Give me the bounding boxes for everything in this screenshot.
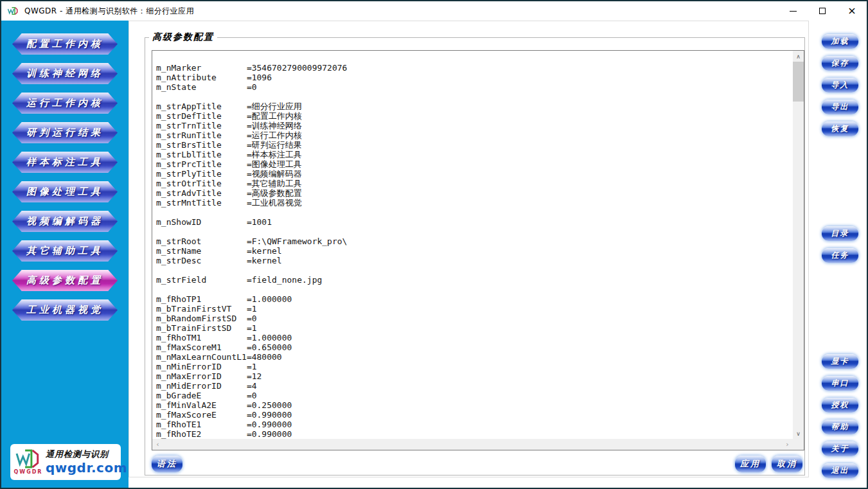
sidebar-item-label: 训练神经网络 bbox=[26, 67, 103, 80]
exit-button-label: 退出 bbox=[831, 465, 849, 476]
serial-port-button-label: 串口 bbox=[831, 378, 849, 389]
load-button[interactable]: 加载 bbox=[822, 34, 858, 49]
advanced-params-group-box: 高级参数配置 m_nMarker =3546702790009972076 m_… bbox=[145, 37, 805, 476]
exit-button[interactable]: 退出 bbox=[822, 463, 858, 478]
config-text: m_nMarker =3546702790009972076 m_nAttrib… bbox=[152, 51, 793, 439]
brand-logo: QWGDR 通用检测与识别 qwgdr.com bbox=[10, 444, 121, 480]
logo-site-link[interactable]: qwgdr.com bbox=[46, 460, 127, 476]
license-button[interactable]: 授权 bbox=[822, 398, 858, 413]
maximize-icon bbox=[819, 8, 826, 14]
window-controls: × bbox=[778, 1, 867, 21]
save-button-label: 保存 bbox=[831, 58, 849, 69]
scroll-right-button[interactable]: › bbox=[782, 439, 793, 450]
sidebar-item-image-tools[interactable]: 图像处理工具 bbox=[12, 181, 118, 202]
system-button-group: 显卡 串口 授权 帮助 关于 退出 bbox=[822, 354, 858, 478]
config-text-area[interactable]: m_nMarker =3546702790009972076 m_nAttrib… bbox=[152, 50, 804, 450]
task-button[interactable]: 任务 bbox=[822, 248, 858, 263]
minimize-button[interactable] bbox=[778, 1, 808, 21]
sidebar-item-label: 视频编解码器 bbox=[26, 215, 103, 227]
about-button[interactable]: 关于 bbox=[822, 441, 858, 456]
title-bar: QWGDR - 通用检测与识别软件：细分行业应用 × bbox=[1, 1, 867, 21]
logo-mark-icon: QWGDR bbox=[14, 447, 42, 477]
directory-button[interactable]: 目录 bbox=[822, 226, 858, 241]
gpu-button-label: 显卡 bbox=[831, 356, 849, 367]
serial-port-button[interactable]: 串口 bbox=[822, 376, 858, 391]
sidebar-item-label: 图像处理工具 bbox=[26, 186, 103, 198]
sidebar-item-label: 高级参数配置 bbox=[26, 274, 103, 287]
syntax-button-label: 语法 bbox=[157, 458, 177, 470]
group-box-title: 高级参数配置 bbox=[149, 31, 217, 43]
chevron-left-icon: ‹ bbox=[156, 440, 159, 449]
chevron-down-icon: ∨ bbox=[796, 431, 801, 437]
sidebar-item-configure-kernel[interactable]: 配置工作内核 bbox=[12, 33, 118, 55]
import-button[interactable]: 导入 bbox=[822, 78, 858, 93]
export-button[interactable]: 导出 bbox=[822, 100, 858, 114]
syntax-button[interactable]: 语法 bbox=[152, 456, 182, 472]
export-button-label: 导出 bbox=[831, 102, 849, 112]
sidebar-item-machine-vision[interactable]: 工业机器视觉 bbox=[12, 299, 118, 321]
scroll-down-button[interactable]: ∨ bbox=[793, 428, 804, 439]
cancel-button[interactable]: 取消 bbox=[772, 456, 802, 472]
cancel-button-label: 取消 bbox=[777, 458, 797, 470]
logo-text-block: 通用检测与识别 qwgdr.com bbox=[46, 449, 127, 476]
scroll-up-button[interactable]: ∧ bbox=[793, 51, 804, 62]
main-panel: 高级参数配置 m_nMarker =3546702790009972076 m_… bbox=[128, 21, 809, 477]
sidebar-item-label: 样本标注工具 bbox=[26, 156, 103, 168]
scroll-left-button[interactable]: ‹ bbox=[152, 439, 163, 450]
directory-button-label: 目录 bbox=[831, 228, 849, 239]
sidebar-item-label: 运行工作内核 bbox=[26, 97, 103, 109]
sidebar-item-video-codec[interactable]: 视频编解码器 bbox=[12, 211, 118, 232]
logo-brand-text: QWGDR bbox=[14, 469, 43, 475]
logo-tagline: 通用检测与识别 bbox=[46, 449, 127, 460]
help-button-label: 帮助 bbox=[831, 422, 849, 432]
right-button-panel: 加载 保存 导入 导出 恢复 目录 任务 显卡 串口 授权 帮助 关于 退出 bbox=[822, 21, 860, 488]
help-button[interactable]: 帮助 bbox=[822, 420, 858, 434]
sidebar-item-run-kernel[interactable]: 运行工作内核 bbox=[12, 93, 118, 114]
sidebar-item-sample-labeling[interactable]: 样本标注工具 bbox=[12, 152, 118, 173]
sidebar-item-judge-results[interactable]: 研判运行结果 bbox=[12, 122, 118, 143]
save-button[interactable]: 保存 bbox=[822, 56, 858, 71]
file-button-group: 加载 保存 导入 导出 恢复 bbox=[822, 34, 858, 136]
sidebar-item-label: 其它辅助工具 bbox=[26, 245, 103, 257]
sidebar-item-other-tools[interactable]: 其它辅助工具 bbox=[12, 240, 118, 262]
sidebar-item-label: 工业机器视觉 bbox=[26, 304, 103, 316]
sidebar-item-advanced-params[interactable]: 高级参数配置 bbox=[12, 270, 118, 291]
apply-button[interactable]: 应用 bbox=[735, 456, 766, 472]
sidebar-item-train-network[interactable]: 训练神经网络 bbox=[12, 63, 118, 84]
close-button[interactable]: × bbox=[837, 1, 867, 21]
vertical-scrollbar[interactable]: ∧ ∨ bbox=[793, 51, 804, 439]
restore-button-label: 恢复 bbox=[831, 123, 849, 134]
about-button-label: 关于 bbox=[831, 443, 849, 454]
app-window: QWGDR - 通用检测与识别软件：细分行业应用 × 配置工作内核 训练神经网络… bbox=[0, 0, 868, 489]
horizontal-scrollbar[interactable]: ‹ › bbox=[152, 439, 793, 450]
chevron-up-icon: ∧ bbox=[796, 53, 801, 60]
apply-button-label: 应用 bbox=[740, 458, 761, 470]
sidebar-item-label: 研判运行结果 bbox=[26, 127, 103, 139]
restore-button[interactable]: 恢复 bbox=[822, 121, 858, 136]
minimize-icon bbox=[790, 11, 797, 12]
license-button-label: 授权 bbox=[831, 400, 849, 411]
vertical-scroll-thumb[interactable] bbox=[793, 62, 804, 102]
gpu-button[interactable]: 显卡 bbox=[822, 354, 858, 369]
chevron-right-icon: › bbox=[786, 440, 788, 449]
scrollbar-corner bbox=[793, 439, 804, 450]
import-button-label: 导入 bbox=[831, 80, 849, 91]
window-title: QWGDR - 通用检测与识别软件：细分行业应用 bbox=[24, 6, 194, 17]
maximize-button[interactable] bbox=[808, 1, 837, 21]
close-icon: × bbox=[847, 6, 856, 16]
load-button-label: 加载 bbox=[831, 36, 849, 47]
sidebar: 配置工作内核 训练神经网络 运行工作内核 研判运行结果 样本标注工具 图像处理工… bbox=[1, 21, 128, 488]
sidebar-item-label: 配置工作内核 bbox=[26, 38, 103, 50]
app-logo-icon bbox=[6, 4, 19, 17]
task-button-label: 任务 bbox=[831, 250, 849, 261]
nav-button-group: 目录 任务 bbox=[822, 226, 858, 263]
